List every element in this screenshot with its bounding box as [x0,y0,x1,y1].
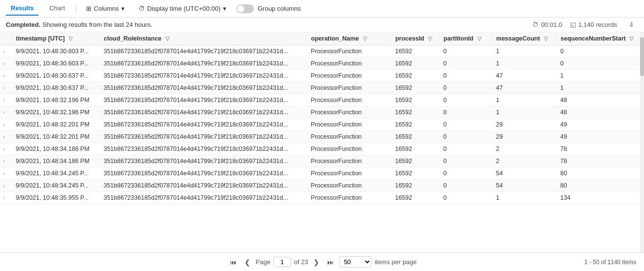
row-expand-5[interactable]: › [0,106,12,119]
cell-timestamp-5: 9/9/2021, 10:48:32.196 PM [12,106,100,119]
table-row[interactable]: › 9/9/2021, 10:48:32.201 PM 351b86723361… [0,131,644,143]
results-table: timestamp [UTC] ▽ cloud_RoleInstance ▽ o… [0,32,644,204]
col-timestamp-label: timestamp [UTC] [16,35,65,42]
prev-page-button[interactable]: ❮ [242,257,253,267]
table-wrapper: timestamp [UTC] ▽ cloud_RoleInstance ▽ o… [0,32,644,252]
table-row[interactable]: › 9/9/2021, 10:48:34.186 PM 351b86723361… [0,155,644,167]
cell-timestamp-2: 9/9/2021, 10:48:30.637 P... [12,70,100,82]
cell-messagecount-0: 1 [492,45,556,58]
last-page-button[interactable]: ⏭ [325,257,336,267]
cell-processid-2: 16592 [391,70,440,82]
seqnum-filter-icon[interactable]: ▽ [629,36,633,42]
row-expand-0[interactable]: › [0,45,12,58]
messagecount-filter-icon[interactable]: ▽ [544,36,548,42]
col-messagecount-header[interactable]: messageCount ▽ [492,32,556,45]
row-expand-11[interactable]: › [0,180,12,192]
records-item: ◱ 1,140 records [570,21,618,28]
table-row[interactable]: › 9/9/2021, 10:48:34.245 P... 351b867233… [0,167,644,180]
cell-timestamp-3: 9/9/2021, 10:48:30.637 P... [12,82,100,94]
pagination-summary: 1 - 50 of 1140 items [584,259,636,266]
cell-partitionid-10: 0 [440,167,492,180]
cell-seqnum-8: 78 [556,143,644,155]
group-columns-toggle[interactable] [236,4,254,13]
scrollbar-thumb[interactable] [640,37,644,76]
table-row[interactable]: › 9/9/2021, 10:48:30.603 P... 351b867233… [0,58,644,70]
row-expand-9[interactable]: › [0,155,12,167]
cell-cloud-10: 351b8672336185d2f0787014e4d41799c719f218… [100,167,307,180]
cell-cloud-7: 351b8672336185d2f0787014e4d41799c719f218… [100,131,307,143]
table-row[interactable]: › 9/9/2021, 10:48:30.637 P... 351b867233… [0,82,644,94]
first-page-button[interactable]: ⏮ [227,257,239,267]
status-left: Completed. Showing results from the last… [6,21,153,28]
row-expand-12[interactable]: › [0,192,12,204]
cell-operation-12: ProcessorFunction [307,192,391,204]
next-page-button[interactable]: ❯ [311,257,322,267]
operation-filter-icon[interactable]: ▽ [363,36,367,42]
col-cloud-label: cloud_RoleInstance [104,35,161,42]
col-partitionid-label: partitionId [444,35,473,42]
timestamp-filter-icon[interactable]: ▽ [68,36,72,42]
table-row[interactable]: › 9/9/2021, 10:48:32.196 PM 351b86723361… [0,106,644,119]
cell-operation-9: ProcessorFunction [307,155,391,167]
table-row[interactable]: › 9/9/2021, 10:48:35.955 P... 351b867233… [0,192,644,204]
cell-seqnum-10: 80 [556,167,644,180]
row-expand-10[interactable]: › [0,167,12,180]
table-row[interactable]: › 9/9/2021, 10:48:34.186 PM 351b86723361… [0,143,644,155]
items-per-page-select[interactable]: 50 100 200 [339,256,372,268]
row-expand-1[interactable]: › [0,58,12,70]
page-number-input[interactable] [273,257,291,267]
cell-timestamp-0: 9/9/2021, 10:48:30.603 P... [12,45,100,58]
tab-chart[interactable]: Chart [44,1,70,16]
row-expand-2[interactable]: › [0,70,12,82]
display-time-button[interactable]: ⏱ Display time (UTC+00:00) ▾ [134,3,230,14]
table-row[interactable]: › 9/9/2021, 10:48:32.201 PM 351b86723361… [0,119,644,131]
cell-partitionid-9: 0 [440,155,492,167]
row-expand-3[interactable]: › [0,82,12,94]
processid-filter-icon[interactable]: ▽ [428,36,432,42]
row-expand-7[interactable]: › [0,131,12,143]
cell-operation-7: ProcessorFunction [307,131,391,143]
display-time-chevron-icon: ▾ [223,5,226,12]
tab-results[interactable]: Results [6,1,39,16]
export-button[interactable]: ⇩ [625,19,638,30]
table-row[interactable]: › 9/9/2021, 10:48:30.637 P... 351b867233… [0,70,644,82]
cell-messagecount-12: 1 [492,192,556,204]
status-bar: Completed. Showing results from the last… [0,18,644,32]
duration-value: 00:01.0 [541,21,562,28]
of-pages-label: of 23 [294,258,308,266]
row-expand-8[interactable]: › [0,143,12,155]
pagination-bar: ⏮ ❮ Page of 23 ❯ ⏭ 50 100 200 items per … [0,252,644,271]
scrollbar-track[interactable] [640,32,644,252]
col-timestamp-header[interactable]: timestamp [UTC] ▽ [12,32,100,45]
columns-grid-icon: ⊞ [86,5,91,12]
cell-timestamp-7: 9/9/2021, 10:48:32.201 PM [12,131,100,143]
col-seqnum-header[interactable]: sequenceNumberStart ▽ [556,32,644,45]
cell-messagecount-5: 1 [492,106,556,119]
partitionid-filter-icon[interactable]: ▽ [477,36,481,42]
col-operation-header[interactable]: operation_Name ▽ [307,32,391,45]
cell-messagecount-6: 29 [492,119,556,131]
timer-icon: ⏱ [532,21,538,28]
cell-seqnum-7: 49 [556,131,644,143]
cell-processid-4: 16592 [391,94,440,106]
cell-messagecount-7: 29 [492,131,556,143]
cell-messagecount-2: 47 [492,70,556,82]
columns-button[interactable]: ⊞ Columns ▾ [82,3,129,14]
export-icon: ⇩ [629,21,634,28]
table-row[interactable]: › 9/9/2021, 10:48:34.245 P... 351b867233… [0,180,644,192]
cell-operation-5: ProcessorFunction [307,106,391,119]
col-cloud-header[interactable]: cloud_RoleInstance ▽ [100,32,307,45]
cell-cloud-1: 351b8672336185d2f0787014e4d41799c719f218… [100,58,307,70]
cell-partitionid-11: 0 [440,180,492,192]
page-label: Page [256,258,270,266]
col-partitionid-header[interactable]: partitionId ▽ [440,32,492,45]
table-row[interactable]: › 9/9/2021, 10:48:32.196 PM 351b86723361… [0,94,644,106]
col-processid-header[interactable]: processId ▽ [391,32,440,45]
cell-operation-0: ProcessorFunction [307,45,391,58]
row-expand-4[interactable]: › [0,94,12,106]
table-row[interactable]: › 9/9/2021, 10:48:30.603 P... 351b867233… [0,45,644,58]
cell-processid-5: 16592 [391,106,440,119]
cloud-filter-icon[interactable]: ▽ [165,36,169,42]
cell-operation-11: ProcessorFunction [307,180,391,192]
row-expand-6[interactable]: › [0,119,12,131]
